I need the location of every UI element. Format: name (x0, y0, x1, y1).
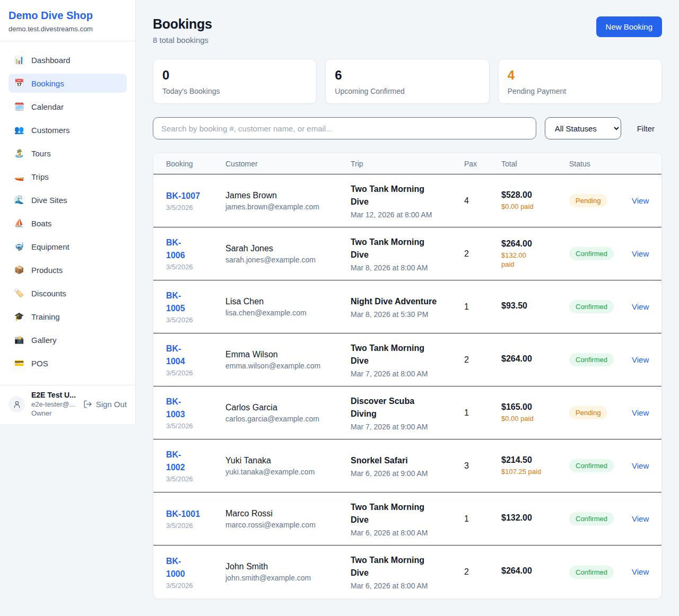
customer-name: James Brown (225, 191, 343, 200)
pax-count: 2 (464, 355, 501, 365)
table-row: BK- 10043/5/2026 Emma Wilsonemma.wilson@… (153, 333, 661, 386)
sidebar-item-discounts[interactable]: 🏷️ Discounts (8, 284, 127, 303)
sidebar-nav: 📊 Dashboard 📅 Bookings 🗓️ Calendar 👥 Cus… (0, 41, 135, 385)
page-subtitle: 8 total bookings (153, 36, 212, 45)
table-row: BK- 10053/5/2026 Lisa Chenlisa.chen@exam… (153, 280, 661, 333)
sidebar-item-boats[interactable]: ⛵ Boats (8, 214, 127, 233)
total-amount: $214.50 (501, 455, 562, 465)
trip-date: Mar 6, 2026 at 8:00 AM (351, 529, 457, 537)
customer-email: yuki.tanaka@example.com (225, 468, 343, 476)
stat-value: 4 (508, 67, 652, 83)
sidebar-item-tours[interactable]: 🏝️ Tours (8, 144, 127, 163)
diving-mask-icon: 🤿 (14, 242, 24, 251)
sailboat-icon: ⛵ (14, 218, 24, 228)
user-section: E2E Test U... e2e-tester@... Owner Sign … (0, 385, 135, 424)
stat-card-pending-payment: 4 Pending Payment (498, 59, 662, 104)
customer-name: Emma Wilson (225, 350, 343, 359)
booking-date: 3/5/2026 (166, 522, 218, 530)
sidebar-item-label: Gallery (31, 336, 57, 345)
sidebar: Demo Dive Shop demo.test.divestreams.com… (0, 0, 136, 424)
customer-email: marco.rossi@example.com (225, 521, 343, 529)
brand[interactable]: Demo Dive Shop demo.test.divestreams.com (0, 0, 135, 41)
sidebar-item-dive-sites[interactable]: 🌊 Dive Sites (8, 190, 127, 209)
booking-id-link[interactable]: BK- 1004 (166, 342, 218, 368)
sidebar-item-training[interactable]: 🎓 Training (8, 307, 127, 326)
total-amount: $132.00 (501, 513, 562, 523)
status-badge: Pending (569, 194, 607, 207)
view-link[interactable]: View (632, 249, 649, 258)
status-badge: Pending (569, 406, 607, 419)
customer-name: Sarah Jones (225, 244, 343, 253)
filter-button[interactable]: Filter (630, 124, 662, 133)
trip-date: Mar 8, 2026 at 5:30 PM (351, 310, 457, 319)
view-link[interactable]: View (632, 461, 649, 470)
bookings-table: Booking Customer Trip Pax Total Status B… (153, 153, 662, 599)
col-total: Total (501, 160, 569, 168)
sidebar-item-gallery[interactable]: 📸 Gallery (8, 330, 127, 349)
sidebar-item-bookings[interactable]: 📅 Bookings (8, 74, 127, 93)
view-link[interactable]: View (632, 514, 649, 523)
sidebar-item-label: Dive Sites (31, 196, 67, 205)
person-icon (13, 400, 21, 409)
booking-id-link[interactable]: BK- 1006 (166, 236, 218, 262)
sidebar-item-products[interactable]: 📦 Products (8, 260, 127, 279)
total-amount: $93.50 (501, 301, 562, 311)
sidebar-item-equipment[interactable]: 🤿 Equipment (8, 237, 127, 256)
table-row: BK-10073/5/2026 James Brownjames.brown@e… (153, 174, 661, 227)
trip-name: Night Dive Adventure (351, 295, 457, 308)
total-amount: $165.00 (501, 402, 562, 412)
calendar-icon: 📅 (14, 78, 24, 88)
col-booking: Booking (166, 160, 225, 168)
table-row: BK- 10003/5/2026 John Smithjohn.smith@ex… (153, 545, 661, 599)
wave-icon: 🌊 (14, 195, 24, 205)
booking-id-link[interactable]: BK-1007 (166, 190, 218, 203)
view-link[interactable]: View (632, 355, 649, 364)
stat-card-upcoming-confirmed: 6 Upcoming Confirmed (325, 59, 489, 104)
island-icon: 🏝️ (14, 148, 24, 158)
sign-out-button[interactable]: Sign Out (83, 400, 127, 409)
sidebar-item-customers[interactable]: 👥 Customers (8, 120, 127, 139)
status-select[interactable]: All Statuses (545, 117, 621, 139)
status-badge: Confirmed (569, 300, 614, 313)
sidebar-item-pos[interactable]: 💳 POS (8, 354, 127, 373)
brand-domain: demo.test.divestreams.com (8, 25, 127, 33)
user-name: E2E Test U... (31, 391, 77, 400)
user-email: e2e-tester@... (31, 400, 77, 409)
trip-name: Two Tank Morning Dive (351, 554, 457, 579)
view-link[interactable]: View (632, 302, 649, 311)
sidebar-item-calendar[interactable]: 🗓️ Calendar (8, 97, 127, 116)
booking-id-link[interactable]: BK- 1003 (166, 395, 218, 421)
trip-name: Two Tank Morning Dive (351, 236, 457, 261)
pax-count: 4 (464, 196, 501, 206)
customer-email: sarah.jones@example.com (225, 256, 343, 264)
view-link[interactable]: View (632, 196, 649, 205)
booking-date: 3/5/2026 (166, 422, 218, 430)
customer-name: Marco Rossi (225, 509, 343, 518)
sidebar-item-label: Customers (31, 126, 70, 135)
search-input[interactable] (153, 117, 536, 139)
booking-id-link[interactable]: BK-1001 (166, 508, 218, 521)
booking-id-link[interactable]: BK- 1002 (166, 448, 218, 474)
booking-date: 3/5/2026 (166, 316, 218, 324)
user-role: Owner (31, 409, 77, 418)
trip-name: Two Tank Morning Dive (351, 342, 457, 367)
status-badge: Confirmed (569, 459, 614, 472)
view-link[interactable]: View (632, 567, 649, 576)
booking-date: 3/5/2026 (166, 204, 218, 212)
sidebar-item-label: Products (31, 266, 63, 275)
sidebar-item-dashboard[interactable]: 📊 Dashboard (8, 50, 127, 69)
view-link[interactable]: View (632, 408, 649, 417)
booking-date: 3/5/2026 (166, 582, 218, 589)
spiral-calendar-icon: 🗓️ (14, 102, 24, 111)
camera-icon: 📸 (14, 335, 24, 345)
booking-id-link[interactable]: BK- 1005 (166, 289, 218, 315)
booking-id-link[interactable]: BK- 1000 (166, 555, 218, 580)
stat-value: 0 (162, 67, 307, 83)
filter-controls: All Statuses Filter (153, 117, 662, 139)
paid-amount: $132.00 paid (501, 251, 562, 269)
status-badge: Confirmed (569, 512, 614, 525)
col-customer: Customer (225, 160, 351, 168)
sidebar-item-label: Discounts (31, 289, 66, 298)
sidebar-item-trips[interactable]: 🚤 Trips (8, 167, 127, 186)
new-booking-button[interactable]: New Booking (596, 16, 662, 37)
